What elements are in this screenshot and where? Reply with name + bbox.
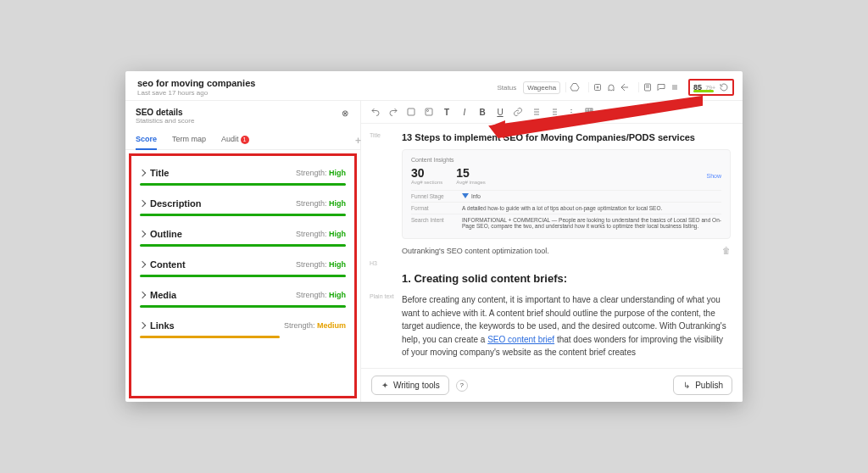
strength-meter (140, 214, 346, 216)
chevron-right-icon (139, 322, 146, 329)
chat-icon[interactable] (656, 82, 666, 92)
article-title[interactable]: 13 Steps to implement SEO for Moving Com… (402, 132, 731, 142)
settings-icon[interactable] (670, 82, 680, 92)
heading-icon[interactable] (405, 106, 417, 118)
section-heading[interactable]: 1. Creating solid content briefs: (402, 272, 731, 285)
strength-meter (140, 336, 280, 338)
note-icon[interactable] (643, 82, 653, 92)
metric-description[interactable]: DescriptionStrength: High (135, 190, 351, 220)
last-save-text: Last save 17 hours ago (137, 89, 255, 97)
table-icon[interactable] (583, 106, 595, 118)
seo-panel-title: SEO details (136, 108, 194, 117)
tab-audit[interactable]: Audit1 (221, 130, 249, 149)
document-title: seo for moving companies (137, 78, 255, 88)
editor-toolbar: T I B U ⋮ (361, 101, 743, 124)
image-caption: Outranking's SEO content optimization to… (402, 247, 549, 255)
seo-panel-header: SEO details Statistics and score ⊗ (125, 101, 360, 130)
funnel-icon (462, 193, 469, 198)
writing-tools-button[interactable]: ✦ Writing tools (371, 376, 449, 395)
stat-images: 15 (456, 166, 486, 180)
tab-score[interactable]: Score (136, 130, 157, 149)
score-bar (693, 90, 714, 92)
editor-body[interactable]: Title 13 Steps to implement SEO for Movi… (361, 124, 743, 368)
topbar: seo for moving companies Last save 17 ho… (125, 71, 743, 101)
chevron-right-icon (139, 292, 146, 298)
italic-icon[interactable]: I (459, 106, 470, 118)
metric-title[interactable]: TitleStrength: High (135, 159, 351, 190)
seo-panel: + SEO details Statistics and score ⊗ Sco… (125, 101, 361, 402)
list-ul-icon[interactable] (530, 106, 542, 118)
drive-icon[interactable] (570, 82, 580, 92)
svg-rect-3 (426, 109, 432, 115)
editor-footer: ✦ Writing tools ? ↳ Publish (361, 368, 743, 402)
audit-badge: 1 (241, 136, 249, 144)
seo-score-widget[interactable]: 85 79+ (688, 79, 734, 96)
score-metrics-highlight: TitleStrength: High DescriptionStrength:… (129, 153, 357, 398)
bold-icon[interactable]: B (476, 106, 488, 118)
undo-icon[interactable] (370, 106, 381, 118)
app-window: seo for moving companies Last save 17 ho… (125, 71, 743, 402)
svg-rect-5 (586, 109, 593, 115)
chevron-right-icon (139, 170, 146, 176)
content-insights-card: Content Insights 30Avg# sections 15Avg# … (402, 149, 731, 239)
publish-icon: ↳ (682, 381, 691, 390)
list-ol-icon[interactable] (548, 106, 559, 118)
metric-links[interactable]: LinksStrength: Medium (135, 312, 351, 342)
redo-icon[interactable] (387, 106, 399, 118)
topbar-left: seo for moving companies Last save 17 ho… (137, 78, 255, 97)
insight-header: Content Insights (411, 157, 721, 163)
close-panel-icon[interactable]: ⊗ (340, 108, 350, 118)
status-pill[interactable]: Wageeha (523, 81, 560, 94)
gutter-plain-label: Plain text (370, 293, 398, 359)
status-label: Status (497, 84, 516, 92)
refresh-icon[interactable] (719, 82, 729, 92)
metric-media[interactable]: MediaStrength: High (135, 281, 351, 312)
more-icon[interactable]: ⋮ (565, 106, 577, 118)
underline-icon[interactable]: U (494, 106, 506, 118)
chevron-right-icon (139, 261, 146, 268)
expand-panel-icon[interactable]: + (355, 135, 365, 145)
strength-meter (140, 183, 346, 186)
strength-meter (140, 275, 346, 277)
tab-termmap[interactable]: Term map (172, 130, 206, 149)
seo-tabs: Score Term map Audit1 (125, 130, 360, 150)
chevron-right-icon (139, 231, 146, 237)
chevron-right-icon (139, 200, 146, 207)
metric-outline[interactable]: OutlineStrength: High (135, 220, 351, 251)
body-paragraph[interactable]: Before creating any content, it is impor… (402, 293, 731, 359)
gutter-title-label: Title (370, 132, 398, 255)
ghost-icon[interactable] (606, 82, 616, 92)
trash-icon[interactable]: 🗑 (722, 246, 731, 255)
content-brief-link[interactable]: SEO content brief (487, 335, 554, 344)
svg-rect-2 (408, 109, 415, 115)
export-icon[interactable] (593, 82, 603, 92)
share-icon[interactable] (620, 82, 630, 92)
svg-point-4 (427, 110, 429, 112)
topbar-right: Status Wageeha 85 79+ (497, 79, 734, 96)
text-icon[interactable]: T (441, 106, 453, 118)
strength-meter (140, 244, 346, 247)
seo-panel-subtitle: Statistics and score (136, 117, 194, 125)
show-toggle[interactable]: Show (706, 173, 721, 179)
metric-content[interactable]: ContentStrength: High (135, 251, 351, 281)
strength-meter (140, 305, 346, 308)
sparkle-icon: ✦ (381, 381, 389, 390)
publish-button[interactable]: ↳ Publish (673, 376, 732, 395)
main-area: + SEO details Statistics and score ⊗ Sco… (125, 101, 743, 402)
link-icon[interactable] (512, 106, 524, 118)
image-icon[interactable] (423, 106, 435, 118)
editor-panel: T I B U ⋮ Title 13 Steps to implement SE… (361, 101, 743, 402)
help-icon[interactable]: ? (456, 380, 468, 392)
gutter-h3-label: H3 (370, 260, 398, 293)
stat-sections: 30 (411, 166, 442, 180)
